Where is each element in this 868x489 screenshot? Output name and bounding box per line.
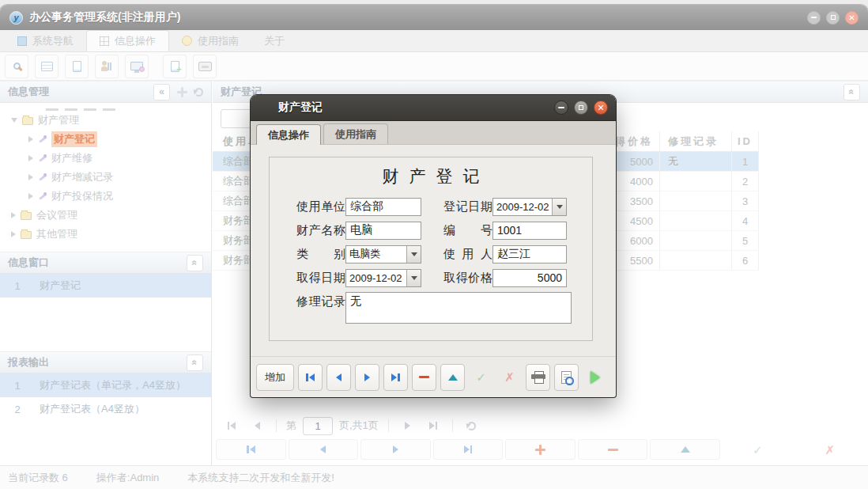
- info-panel-title: 信息管理: [8, 85, 49, 99]
- report-panel-header: 报表输出 «: [0, 351, 211, 373]
- tab-about[interactable]: 关于: [251, 30, 297, 51]
- price-field[interactable]: [492, 269, 567, 287]
- commit-button[interactable]: ✓: [469, 364, 493, 391]
- repair-field[interactable]: 无: [345, 292, 572, 324]
- tree-item-property-repair[interactable]: 财产维修: [0, 149, 211, 168]
- first-record-button[interactable]: [298, 364, 323, 391]
- add-icon[interactable]: [177, 87, 187, 97]
- tree-item-property-insurance[interactable]: 财产投保情况: [0, 187, 211, 206]
- collapse-up-icon[interactable]: «: [187, 255, 203, 271]
- tool-icon: [38, 154, 47, 163]
- dialog-title: 财产登记: [278, 100, 323, 115]
- tree-item-property-change[interactable]: 财产增减记录: [0, 168, 211, 187]
- tree-label: 其他管理: [36, 227, 77, 241]
- acq-date-select[interactable]: 2009-12-02: [345, 269, 421, 287]
- add-record-button[interactable]: [505, 439, 576, 460]
- dialog-close-icon[interactable]: ✕: [594, 100, 608, 115]
- collapse-up-icon[interactable]: «: [187, 354, 203, 371]
- next-icon: [393, 445, 398, 453]
- delete-record-button[interactable]: [412, 364, 436, 391]
- tree-item-meeting-mgmt[interactable]: 会议管理: [0, 206, 211, 225]
- dialog-tab-guide[interactable]: 使用指南: [323, 123, 388, 144]
- archive-button[interactable]: [193, 55, 217, 78]
- unit-field[interactable]: [345, 198, 421, 216]
- next-record-button[interactable]: [355, 364, 379, 391]
- cancel-button[interactable]: ✗: [795, 439, 866, 460]
- tab-guide[interactable]: 使用指南: [169, 30, 251, 51]
- tree-item-other-mgmt[interactable]: 其他管理: [0, 225, 211, 244]
- caret-right-icon: [28, 136, 33, 142]
- prev-record-button[interactable]: [289, 439, 359, 460]
- preview-button[interactable]: [554, 364, 579, 391]
- number-field[interactable]: [492, 222, 567, 240]
- last-icon: [464, 445, 470, 453]
- list-item[interactable]: 2 财产登记表（A4竖放）: [0, 397, 211, 421]
- last-record-button[interactable]: [433, 439, 504, 460]
- row-label: 财产登记表（A4竖放）: [40, 402, 145, 416]
- first-record-button[interactable]: [216, 439, 286, 460]
- col-header-id[interactable]: ID: [732, 131, 759, 151]
- last-record-button[interactable]: [383, 364, 408, 391]
- delete-record-button[interactable]: [578, 439, 648, 460]
- col-header-repair[interactable]: 修理记录: [660, 131, 732, 151]
- edit-record-button[interactable]: [650, 439, 720, 460]
- dropdown-icon[interactable]: [406, 270, 421, 286]
- prev-page-icon[interactable]: [247, 416, 266, 435]
- list-item[interactable]: 1 财产登记: [0, 274, 211, 298]
- print-button[interactable]: [526, 364, 550, 391]
- caret-right-icon: [28, 193, 33, 199]
- user-field[interactable]: [492, 245, 567, 263]
- dropdown-icon[interactable]: [406, 246, 421, 263]
- caret-down-icon: [11, 118, 17, 123]
- list-item[interactable]: 1 财产登记表（单记录，A4竖放）: [0, 373, 211, 397]
- cancel-button[interactable]: ✗: [497, 364, 522, 391]
- monitor-icon: [130, 62, 143, 70]
- refresh-icon[interactable]: [194, 88, 203, 97]
- category-select[interactable]: 电脑类: [345, 245, 421, 263]
- first-page-icon[interactable]: [222, 416, 241, 435]
- dropdown-icon[interactable]: [552, 199, 566, 215]
- run-button[interactable]: [583, 364, 607, 391]
- tab-label: 关于: [264, 34, 285, 48]
- collapse-left-icon[interactable]: «: [153, 84, 170, 100]
- page-prefix-label: 第: [286, 419, 296, 433]
- main-toolbar: +: [0, 52, 868, 81]
- tab-info-ops[interactable]: 信息操作: [86, 30, 169, 51]
- next-page-icon[interactable]: [398, 416, 417, 435]
- next-record-button[interactable]: [360, 439, 431, 460]
- list-view-button[interactable]: [35, 55, 58, 78]
- user-report-button[interactable]: [95, 55, 119, 78]
- search-icon: [13, 63, 21, 70]
- row-number: 1: [6, 280, 28, 292]
- close-icon[interactable]: ✕: [845, 11, 859, 25]
- minimize-icon[interactable]: [807, 11, 821, 25]
- edit-record-button[interactable]: [440, 364, 465, 391]
- dialog-tab-info-ops[interactable]: 信息操作: [256, 124, 321, 145]
- tab-label: 信息操作: [268, 128, 309, 142]
- edit-icon: [448, 374, 458, 381]
- dialog-titlebar[interactable]: 财产登记 ✕: [251, 95, 616, 121]
- status-bar: 当前记录数 6 操作者:Admin 本系统支持二次开发和全新开发!: [0, 465, 868, 489]
- dialog-minimize-icon[interactable]: [554, 100, 568, 115]
- reg-date-select[interactable]: 2009-12-02: [492, 198, 567, 216]
- refresh-icon[interactable]: [462, 416, 481, 435]
- search-button[interactable]: [5, 55, 28, 78]
- prev-record-button[interactable]: [326, 364, 351, 391]
- dialog-maximize-icon[interactable]: [574, 100, 588, 115]
- last-page-icon[interactable]: [424, 416, 443, 435]
- tab-system-nav[interactable]: 系统导航: [5, 30, 86, 51]
- collapse-up-icon[interactable]: «: [843, 84, 860, 100]
- add-button[interactable]: 增加: [256, 364, 294, 391]
- tree-item-property-mgmt[interactable]: 财产管理: [0, 111, 211, 130]
- cell-id: 2: [732, 172, 759, 191]
- maximize-icon[interactable]: [826, 11, 840, 25]
- add-document-button[interactable]: +: [163, 55, 187, 78]
- user-chart-icon: [101, 61, 113, 71]
- name-field[interactable]: [345, 222, 421, 240]
- commit-button[interactable]: ✓: [723, 439, 793, 460]
- monitor-button[interactable]: [125, 55, 149, 78]
- page-number-input[interactable]: [303, 417, 333, 435]
- tree-item-property-register[interactable]: 财产登记: [0, 130, 211, 149]
- row-label: 财产登记表（单记录，A4竖放）: [40, 378, 186, 392]
- document-button[interactable]: [65, 55, 89, 78]
